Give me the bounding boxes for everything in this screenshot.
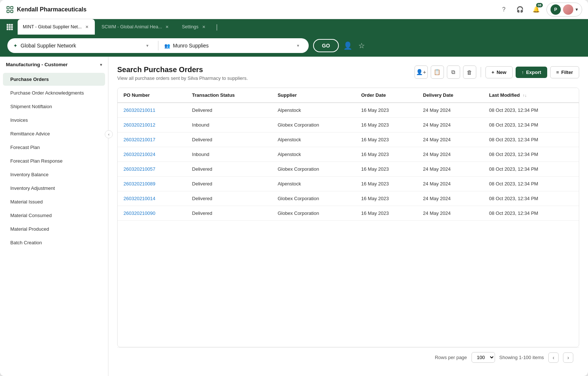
- sidebar-item-shipment-notification[interactable]: Shipment Notiftaion: [3, 100, 105, 113]
- chat-button[interactable]: 🎧: [514, 4, 526, 15]
- table-row: 260320210089 Delivered Alpenstock 16 May…: [118, 177, 579, 191]
- table-row: 260320210090 Delivered Globex Corporatio…: [118, 206, 579, 221]
- tab-settings-close[interactable]: ✕: [201, 24, 207, 30]
- cell-last-modified: 08 Oct 2023, 12:34 PM: [483, 132, 579, 147]
- cell-supplier: Alpenstock: [272, 147, 355, 162]
- cell-status: Delivered: [186, 206, 272, 221]
- tab-settings[interactable]: Settings ✕: [177, 19, 212, 35]
- col-delivery-date: Delivery Date: [417, 88, 483, 103]
- prev-page-button[interactable]: ‹: [548, 352, 559, 363]
- sidebar-item-invoices[interactable]: Invoices: [3, 114, 105, 127]
- filter-button[interactable]: ≡ Filter: [550, 66, 579, 78]
- people-manage-icon[interactable]: 👤: [343, 41, 352, 50]
- cell-order-date: 16 May 2023: [355, 177, 417, 191]
- app-dropdown-chevron[interactable]: ▾: [143, 43, 152, 48]
- cell-last-modified: 08 Oct 2023, 12:34 PM: [483, 191, 579, 206]
- sidebar-item-remittance-advice[interactable]: Remittance Advice: [3, 127, 105, 140]
- collapse-icon: ‹: [108, 132, 110, 136]
- sidebar-item-material-issued-label: Material Issued: [10, 199, 43, 205]
- document-icon: 📋: [434, 69, 441, 75]
- chat-icon: 🎧: [516, 6, 524, 13]
- page-title: Search Purchase Orders: [117, 65, 248, 74]
- sidebar-section-header[interactable]: Manufacturing - Customer ▾: [0, 57, 108, 72]
- tab-scwm-close[interactable]: ✕: [164, 24, 170, 30]
- app-search-input[interactable]: [21, 43, 140, 49]
- export-button[interactable]: ↑ Export: [516, 67, 547, 78]
- sidebar-item-forecast-plan-response-label: Forecast Plan Response: [10, 158, 62, 164]
- new-label: New: [496, 70, 506, 75]
- rows-per-page-select[interactable]: 100 50 25: [472, 352, 495, 363]
- cell-supplier: Alpenstock: [272, 132, 355, 147]
- cell-delivery-date: 24 May 2024: [417, 162, 483, 177]
- star-icon[interactable]: ☆: [358, 41, 365, 50]
- tab-scwm[interactable]: SCWM - Global Animal Hea... ✕: [96, 19, 175, 35]
- purchase-orders-table: PO Number Transaction Status Supplier Or…: [117, 88, 579, 347]
- sidebar-item-inventory-adjustment[interactable]: Inventory Adjustment: [3, 182, 105, 195]
- help-button[interactable]: ?: [498, 4, 510, 15]
- sidebar-item-forecast-plan-response[interactable]: Forecast Plan Response: [3, 155, 105, 167]
- next-page-button[interactable]: ›: [563, 352, 573, 363]
- cell-order-date: 16 May 2023: [355, 162, 417, 177]
- app-grid-button[interactable]: [3, 19, 16, 35]
- svg-rect-1: [11, 6, 13, 8]
- copy-button[interactable]: ⧉: [447, 65, 460, 79]
- cell-po-number: 260320210089: [118, 177, 186, 191]
- page-subtitle: View all purchase orders sent by Silva P…: [117, 75, 248, 81]
- sidebar-section-label: Manufacturing - Customer: [6, 62, 68, 67]
- cell-delivery-date: 24 May 2024: [417, 191, 483, 206]
- sort-icon[interactable]: ↑↓: [523, 93, 527, 97]
- po-link[interactable]: 260320210017: [123, 137, 155, 142]
- col-supplier: Supplier: [272, 88, 355, 103]
- table-row: 260320210012 Inbound Globex Corporation …: [118, 118, 579, 132]
- sidebar-item-batch-creation[interactable]: Batch Creation: [3, 236, 105, 249]
- cell-status: Delivered: [186, 177, 272, 191]
- cell-last-modified: 08 Oct 2023, 12:34 PM: [483, 206, 579, 221]
- po-link[interactable]: 260320210057: [123, 166, 155, 172]
- tab-settings-label: Settings: [182, 24, 198, 29]
- sidebar-collapse-button[interactable]: ‹: [105, 130, 113, 138]
- add-person-icon: 👤+: [416, 69, 426, 75]
- cell-delivery-date: 24 May 2024: [417, 118, 483, 132]
- notification-badge: 08: [536, 3, 543, 7]
- add-tab-button[interactable]: |: [213, 23, 220, 31]
- sidebar-item-po-acknowledgments[interactable]: Purchase Order Acknowledgments: [3, 86, 105, 99]
- delete-button[interactable]: 🗑: [463, 65, 476, 79]
- po-link[interactable]: 260320210090: [123, 210, 155, 216]
- user-photo-avatar: [563, 4, 573, 15]
- po-link[interactable]: 260320210011: [123, 107, 155, 113]
- new-button[interactable]: + New: [485, 66, 513, 78]
- cell-supplier: Globex Corporation: [272, 191, 355, 206]
- sidebar-item-inventory-balance[interactable]: Inventory Balance: [3, 168, 105, 181]
- sidebar-item-material-consumed[interactable]: Material Consumed: [3, 209, 105, 222]
- tab-mint-close[interactable]: ✕: [84, 24, 90, 30]
- sidebar-item-material-produced-label: Material Produced: [10, 226, 49, 232]
- sidebar-chevron-icon: ▾: [100, 62, 102, 67]
- toolbar: 👤+ 📋 ⧉ 🗑 + New: [415, 65, 579, 79]
- svg-rect-12: [11, 28, 13, 30]
- po-link[interactable]: 260320210012: [123, 122, 155, 128]
- rows-per-page-label: Rows per page: [435, 355, 467, 360]
- cell-supplier: Alpenstock: [272, 103, 355, 118]
- filter-label: Filter: [561, 70, 573, 75]
- document-button[interactable]: 📋: [431, 65, 444, 79]
- cell-po-number: 260320210011: [118, 103, 186, 118]
- sidebar-item-material-produced[interactable]: Material Produced: [3, 223, 105, 235]
- app-search-segment[interactable]: ✦ ▾: [7, 43, 158, 49]
- sidebar-item-forecast-plan[interactable]: Forecast Plan: [3, 141, 105, 154]
- sidebar-item-material-issued[interactable]: Material Issued: [3, 195, 105, 208]
- svg-rect-8: [9, 26, 11, 28]
- po-link[interactable]: 260320210089: [123, 181, 155, 187]
- supplier-dropdown-chevron[interactable]: ▾: [293, 43, 303, 48]
- po-link[interactable]: 260320210024: [123, 152, 155, 157]
- svg-rect-5: [9, 24, 11, 26]
- tab-mint[interactable]: MINT - Global Supplier Net... ✕: [18, 19, 95, 35]
- add-person-button[interactable]: 👤+: [415, 65, 428, 79]
- po-link[interactable]: 260320210014: [123, 196, 155, 201]
- supplier-search-input[interactable]: [173, 43, 291, 49]
- sidebar-item-purchase-orders[interactable]: Purchase Orders: [3, 73, 105, 86]
- svg-rect-6: [11, 24, 13, 26]
- search-group: ✦ ▾ 👥 ▾: [7, 38, 309, 53]
- user-menu[interactable]: P ▾: [546, 3, 582, 17]
- supplier-search-segment[interactable]: 👥 ▾: [158, 43, 309, 49]
- go-button[interactable]: GO: [313, 39, 339, 52]
